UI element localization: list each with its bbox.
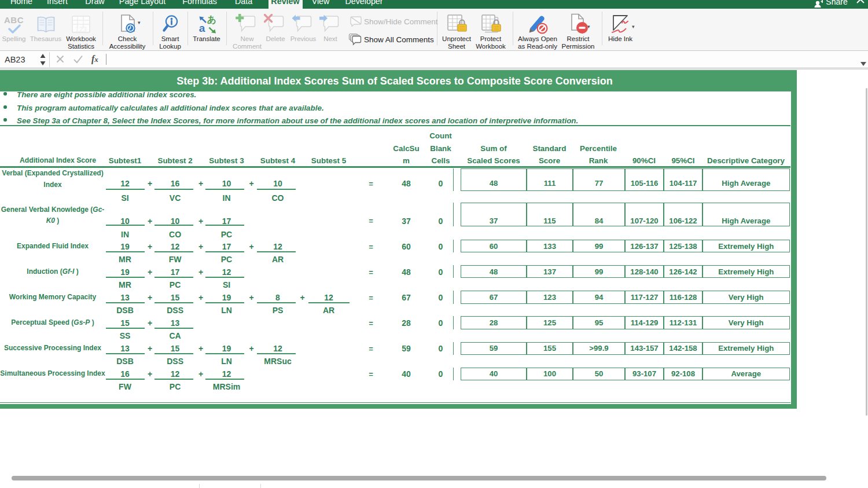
svg-text:あ: あ xyxy=(207,14,216,25)
svg-text:123: 123 xyxy=(75,25,87,34)
svg-text:a: a xyxy=(199,22,205,34)
